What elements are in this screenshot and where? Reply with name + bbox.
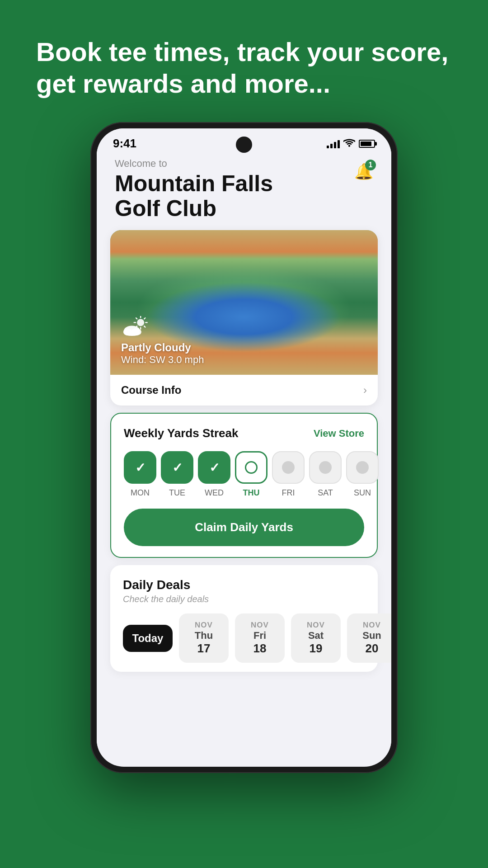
- svg-line-7: [144, 318, 145, 319]
- date-fri-num: 18: [253, 642, 267, 656]
- date-today[interactable]: Today: [123, 625, 173, 652]
- club-info: Welcome to Mountain FallsGolf Club: [115, 158, 273, 221]
- checkmark-mon: ✓: [135, 460, 145, 475]
- phone-screen: 9:41: [97, 128, 391, 767]
- day-mon: ✓ MON: [124, 451, 156, 498]
- date-row: Today NOV Thu 17 NOV Fri 18: [123, 613, 365, 663]
- notification-button[interactable]: 🔔 1: [354, 162, 373, 180]
- date-thu-name: Thu: [195, 630, 213, 642]
- day-label-sat: SAT: [318, 488, 333, 498]
- day-label-sun: SUN: [354, 488, 371, 498]
- signal-bar-2: [330, 144, 333, 148]
- streak-header: Weekly Yards Streak View Store: [124, 426, 364, 440]
- signal-bar-3: [334, 142, 336, 148]
- day-label-tue: TUE: [169, 488, 185, 498]
- day-label-fri: FRI: [282, 488, 295, 498]
- status-icons: [327, 138, 375, 149]
- day-circle-thu: [235, 451, 267, 484]
- streak-title: Weekly Yards Streak: [124, 426, 238, 440]
- partly-cloudy-icon: [121, 316, 204, 338]
- day-circle-mon: ✓: [124, 451, 156, 484]
- date-sun[interactable]: NOV Sun 20: [347, 613, 391, 663]
- phone-shell: 9:41: [90, 122, 398, 773]
- day-circle-sat: [309, 451, 342, 484]
- date-thu-month: NOV: [195, 621, 213, 630]
- day-sat: SAT: [309, 451, 342, 498]
- date-sun-name: Sun: [362, 630, 381, 642]
- days-row: ✓ MON ✓ TUE: [124, 451, 364, 498]
- signal-bar-4: [338, 140, 340, 148]
- date-sun-num: 20: [366, 642, 379, 656]
- checkmark-tue: ✓: [172, 460, 183, 475]
- club-name: Mountain FallsGolf Club: [115, 171, 273, 221]
- day-circle-sun: [346, 451, 379, 484]
- welcome-text: Welcome to: [115, 158, 273, 170]
- future-dot-fri: [282, 461, 295, 474]
- tagline: Book tee times, track your score, get re…: [36, 36, 452, 99]
- deals-title: Daily Deals: [123, 578, 365, 592]
- course-card: Partly Cloudy Wind: SW 3.0 mph Course In…: [110, 230, 378, 406]
- weather-overlay: Partly Cloudy Wind: SW 3.0 mph: [121, 316, 204, 366]
- day-tue: ✓ TUE: [161, 451, 193, 498]
- day-circle-fri: [272, 451, 305, 484]
- status-time: 9:41: [113, 137, 136, 151]
- signal-bar-1: [327, 146, 329, 148]
- claim-daily-yards-button[interactable]: Claim Daily Yards: [124, 509, 364, 546]
- svg-line-6: [144, 326, 145, 327]
- svg-point-12: [124, 330, 140, 336]
- date-sat-month: NOV: [307, 621, 325, 630]
- day-sun: SUN: [346, 451, 379, 498]
- date-today-label: Today: [132, 632, 164, 645]
- checkmark-wed: ✓: [209, 460, 220, 475]
- signal-icon: [327, 139, 340, 148]
- day-circle-tue: ✓: [161, 451, 193, 484]
- course-info-label: Course Info: [121, 384, 181, 396]
- future-dot-sat: [319, 461, 332, 474]
- course-info-row[interactable]: Course Info ›: [110, 375, 378, 406]
- day-label-wed: WED: [205, 488, 224, 498]
- wifi-icon: [343, 138, 355, 149]
- date-fri-name: Fri: [253, 630, 266, 642]
- date-sat-num: 19: [310, 642, 323, 656]
- day-thu: THU: [235, 451, 267, 498]
- weather-condition: Partly Cloudy: [121, 341, 204, 354]
- day-label-thu: THU: [243, 488, 260, 498]
- camera-notch: [236, 137, 252, 153]
- date-fri[interactable]: NOV Fri 18: [235, 613, 285, 663]
- date-fri-month: NOV: [251, 621, 269, 630]
- future-dot-sun: [356, 461, 369, 474]
- date-thu[interactable]: NOV Thu 17: [179, 613, 229, 663]
- notification-badge: 1: [365, 160, 376, 170]
- app-header: Welcome to Mountain FallsGolf Club 🔔 1: [97, 151, 391, 230]
- course-image: Partly Cloudy Wind: SW 3.0 mph: [110, 230, 378, 375]
- date-thu-num: 17: [197, 642, 211, 656]
- weather-wind: Wind: SW 3.0 mph: [121, 354, 204, 366]
- course-info-arrow: ›: [363, 384, 367, 396]
- view-store-button[interactable]: View Store: [314, 428, 364, 439]
- date-sat[interactable]: NOV Sat 19: [291, 613, 341, 663]
- streak-card: Weekly Yards Streak View Store ✓ MON: [110, 413, 378, 558]
- today-circle-thu: [245, 461, 258, 474]
- phone-frame: 9:41: [90, 122, 398, 827]
- date-sun-month: NOV: [363, 621, 381, 630]
- battery-icon: [359, 140, 375, 148]
- day-circle-wed: ✓: [198, 451, 230, 484]
- deals-subtitle: Check the daily deals: [123, 594, 365, 604]
- date-sat-name: Sat: [308, 630, 324, 642]
- day-wed: ✓ WED: [198, 451, 230, 498]
- app-content: Welcome to Mountain FallsGolf Club 🔔 1: [97, 151, 391, 762]
- svg-point-0: [137, 319, 144, 326]
- day-fri: FRI: [272, 451, 305, 498]
- svg-line-5: [136, 318, 137, 319]
- day-label-mon: MON: [131, 488, 150, 498]
- daily-deals-card: Daily Deals Check the daily deals Today …: [110, 565, 378, 672]
